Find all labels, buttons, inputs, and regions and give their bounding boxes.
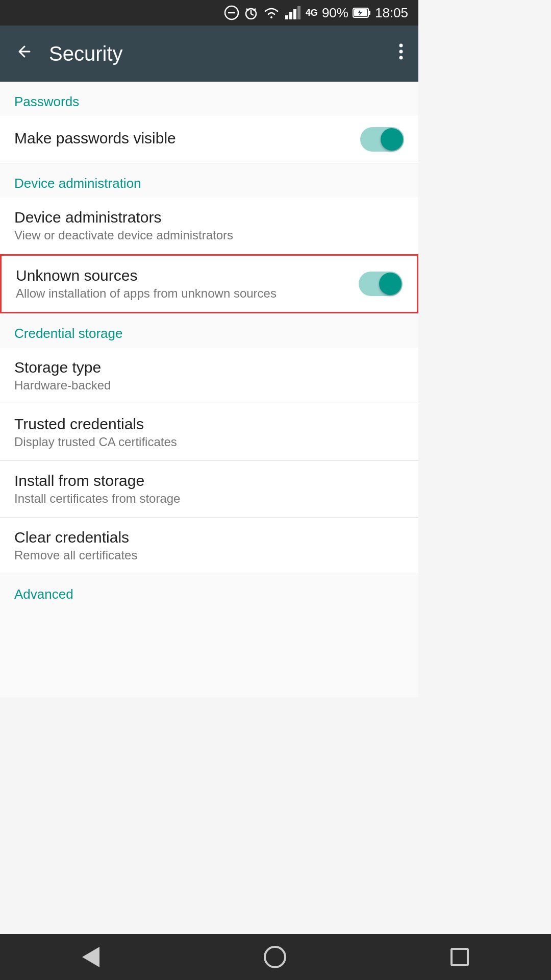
signal-icon [284,6,302,19]
setting-clear-credentials[interactable]: Clear credentials Remove all certificate… [0,518,418,574]
svg-rect-7 [285,15,288,19]
device-admins-subtitle: View or deactivate device administrators [14,228,404,242]
status-bar: 4G 90% 18:05 [0,0,418,26]
section-header-credential-storage: Credential storage [0,313,418,348]
page-title: Security [49,42,384,65]
settings-content: Passwords Make passwords visible Device … [0,82,418,697]
battery-percent: 90% [322,5,348,21]
install-from-storage-title: Install from storage [14,472,404,489]
svg-point-16 [399,56,403,59]
clear-credentials-subtitle: Remove all certificates [14,548,404,562]
trusted-credentials-title: Trusted credentials [14,415,404,433]
wifi-icon [263,6,280,19]
storage-type-subtitle: Hardware-backed [14,378,404,393]
network-type: 4G [306,8,318,18]
trusted-credentials-subtitle: Display trusted CA certificates [14,435,404,449]
unknown-sources-subtitle: Allow installation of apps from unknown … [16,286,359,301]
status-icons: 4G 90% 18:05 [224,5,408,21]
setting-storage-type[interactable]: Storage type Hardware-backed [0,348,418,404]
section-header-device-admin: Device administration [0,163,418,198]
section-advanced: Advanced [0,574,418,608]
clear-credentials-title: Clear credentials [14,529,404,546]
svg-rect-8 [289,12,292,19]
section-passwords: Passwords Make passwords visible [0,82,418,163]
alarm-icon [243,5,259,20]
setting-trusted-credentials[interactable]: Trusted credentials Display trusted CA c… [0,404,418,461]
svg-rect-12 [368,11,370,15]
battery-icon [353,6,371,19]
svg-point-15 [399,50,403,53]
section-header-passwords: Passwords [0,82,418,116]
svg-line-4 [251,14,254,15]
unknown-sources-toggle[interactable] [359,272,403,296]
section-header-advanced: Advanced [0,574,418,608]
svg-rect-10 [297,6,300,19]
svg-point-14 [399,43,403,47]
toolbar: Security [0,26,418,82]
make-passwords-title: Make passwords visible [14,130,360,147]
install-from-storage-subtitle: Install certificates from storage [14,492,404,506]
dnd-icon [224,5,239,20]
time: 18:05 [375,5,408,21]
section-device-administration: Device administration Device administrat… [0,163,418,313]
back-button[interactable] [10,37,39,70]
setting-unknown-sources[interactable]: Unknown sources Allow installation of ap… [0,254,418,313]
more-options-button[interactable] [394,37,408,70]
storage-type-title: Storage type [14,359,404,376]
setting-make-passwords-visible[interactable]: Make passwords visible [0,116,418,163]
device-admins-title: Device administrators [14,209,404,226]
setting-install-from-storage[interactable]: Install from storage Install certificate… [0,461,418,518]
make-passwords-toggle[interactable] [360,127,404,152]
unknown-sources-title: Unknown sources [16,267,359,284]
svg-rect-9 [293,9,296,19]
section-credential-storage: Credential storage Storage type Hardware… [0,313,418,574]
setting-device-administrators[interactable]: Device administrators View or deactivate… [0,198,418,254]
